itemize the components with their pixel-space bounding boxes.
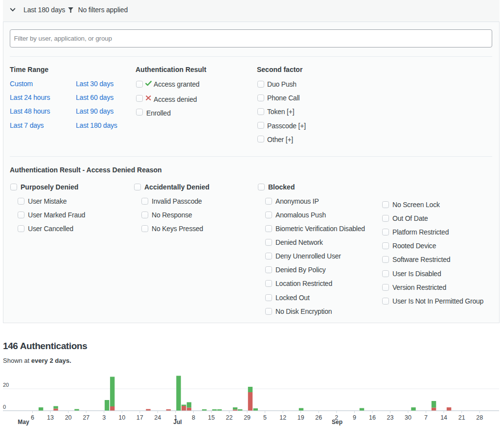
svg-text:28: 28	[476, 414, 483, 421]
svg-text:8: 8	[192, 414, 195, 421]
svg-text:May: May	[18, 419, 29, 425]
svg-text:3: 3	[102, 414, 106, 421]
svg-text:19: 19	[297, 414, 304, 421]
svg-text:16: 16	[369, 414, 376, 421]
svg-text:20: 20	[3, 382, 9, 388]
svg-text:7: 7	[424, 414, 428, 421]
svg-text:17: 17	[137, 414, 143, 421]
svg-text:12: 12	[279, 414, 286, 421]
svg-text:27: 27	[83, 414, 90, 421]
svg-text:21: 21	[458, 414, 465, 421]
svg-text:15: 15	[208, 414, 215, 421]
svg-text:5: 5	[263, 414, 267, 421]
svg-text:24: 24	[154, 414, 161, 421]
svg-text:14: 14	[440, 414, 447, 421]
svg-text:6: 6	[31, 414, 34, 421]
svg-text:9: 9	[353, 414, 356, 421]
svg-text:29: 29	[244, 414, 251, 421]
svg-text:30: 30	[405, 414, 411, 421]
svg-text:20: 20	[65, 414, 72, 421]
svg-text:23: 23	[387, 414, 394, 421]
svg-text:0: 0	[3, 404, 6, 410]
svg-text:10: 10	[118, 414, 125, 421]
svg-text:13: 13	[47, 414, 54, 421]
svg-text:22: 22	[226, 414, 233, 421]
svg-text:Sep: Sep	[332, 419, 342, 425]
svg-text:Jul: Jul	[173, 419, 182, 425]
svg-text:26: 26	[315, 414, 322, 421]
